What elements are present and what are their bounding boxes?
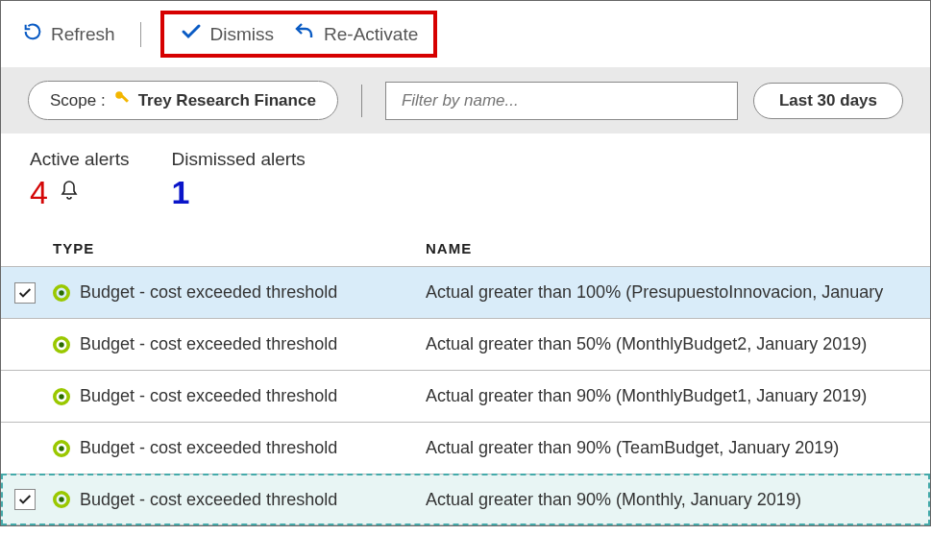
filter-separator — [361, 85, 362, 117]
header-type[interactable]: TYPE — [53, 240, 426, 256]
row-checkbox[interactable] — [14, 282, 36, 304]
name-cell: Actual greater than 90% (TeamBudget, Jan… — [426, 438, 930, 458]
name-cell: Actual greater than 50% (MonthlyBudget2,… — [426, 334, 930, 354]
refresh-button[interactable]: Refresh — [16, 19, 121, 49]
svg-point-7 — [59, 394, 63, 399]
svg-point-11 — [59, 497, 63, 501]
budget-icon — [53, 284, 70, 302]
checkmark-icon — [180, 20, 203, 48]
name-cell: Actual greater than 90% (MonthlyBudget1,… — [426, 386, 930, 406]
row-checkbox[interactable] — [14, 489, 36, 510]
type-text: Budget - cost exceeded threshold — [80, 490, 337, 510]
refresh-label: Refresh — [51, 24, 115, 45]
active-alerts-counter: Active alerts 4 — [30, 149, 129, 211]
table-row[interactable]: Budget - cost exceeded thresholdActual g… — [1, 422, 930, 474]
filter-bar: Scope : Trey Research Finance Last 30 da… — [1, 67, 930, 134]
dismiss-label: Dismiss — [210, 24, 275, 45]
name-cell: Actual greater than 100% (PresupuestoInn… — [426, 282, 930, 303]
toolbar-separator — [140, 22, 141, 47]
name-cell: Actual greater than 90% (Monthly, Januar… — [426, 490, 930, 510]
toolbar: Refresh Dismiss Re-Activate — [1, 1, 930, 67]
type-cell: Budget - cost exceeded threshold — [53, 386, 426, 406]
dismiss-button[interactable]: Dismiss — [174, 18, 281, 50]
reactivate-label: Re-Activate — [324, 24, 418, 45]
alerts-table: Budget - cost exceeded thresholdActual g… — [1, 266, 930, 525]
type-cell: Budget - cost exceeded threshold — [53, 438, 426, 458]
budget-icon — [53, 336, 70, 353]
budget-icon — [53, 440, 70, 457]
type-cell: Budget - cost exceeded threshold — [53, 334, 426, 354]
table-row[interactable]: Budget - cost exceeded thresholdActual g… — [1, 474, 930, 525]
reactivate-button[interactable]: Re-Activate — [287, 18, 424, 50]
undo-icon — [293, 20, 316, 48]
dismissed-alerts-label: Dismissed alerts — [171, 149, 305, 170]
table-row[interactable]: Budget - cost exceeded thresholdActual g… — [1, 318, 930, 370]
refresh-icon — [22, 21, 43, 47]
type-cell: Budget - cost exceeded threshold — [53, 490, 426, 510]
type-cell: Budget - cost exceeded threshold — [53, 282, 426, 303]
active-alerts-label: Active alerts — [30, 149, 129, 170]
svg-point-3 — [59, 290, 63, 295]
svg-rect-1 — [120, 94, 128, 102]
type-text: Budget - cost exceeded threshold — [80, 282, 337, 303]
scope-prefix: Scope : — [50, 91, 106, 110]
table-headers: TYPE NAME — [1, 219, 930, 266]
type-text: Budget - cost exceeded threshold — [80, 438, 337, 458]
svg-point-5 — [59, 342, 63, 347]
dismissed-alerts-count: 1 — [171, 174, 189, 211]
table-row[interactable]: Budget - cost exceeded thresholdActual g… — [1, 370, 930, 422]
budget-icon — [53, 491, 70, 508]
active-alerts-count: 4 — [30, 174, 48, 211]
time-range-selector[interactable]: Last 30 days — [753, 83, 903, 119]
key-icon — [113, 89, 131, 111]
scope-selector[interactable]: Scope : Trey Research Finance — [28, 81, 338, 120]
bell-icon — [58, 174, 81, 211]
filter-input[interactable] — [385, 82, 738, 120]
type-text: Budget - cost exceeded threshold — [80, 386, 337, 406]
action-highlight: Dismiss Re-Activate — [160, 11, 438, 58]
budget-icon — [53, 388, 70, 405]
header-name[interactable]: NAME — [426, 240, 930, 256]
table-row[interactable]: Budget - cost exceeded thresholdActual g… — [1, 266, 930, 318]
type-text: Budget - cost exceeded threshold — [80, 334, 337, 354]
svg-point-9 — [59, 446, 63, 450]
dismissed-alerts-counter: Dismissed alerts 1 — [171, 149, 305, 211]
scope-name: Trey Research Finance — [138, 91, 316, 110]
alert-counters: Active alerts 4 Dismissed alerts 1 — [1, 134, 930, 219]
